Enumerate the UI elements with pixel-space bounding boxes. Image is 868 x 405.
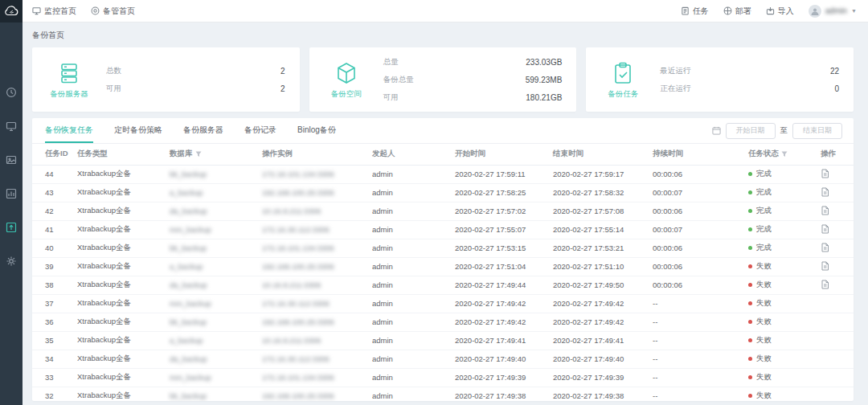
tab-3[interactable]: 备份记录	[244, 118, 276, 143]
stat-value: 233.03GB	[526, 58, 562, 67]
log-icon[interactable]	[821, 224, 829, 234]
summary-card-clipboard: 备份任务最近运行22正在运行0	[586, 47, 854, 112]
sidebar-item-backup-icon[interactable]	[3, 220, 19, 235]
nav-item-monitor-nav-icon[interactable]: 监控首页	[32, 6, 76, 17]
cell-operation[interactable]	[817, 202, 854, 220]
status-label: 完成	[756, 187, 772, 198]
status-dot	[748, 394, 752, 398]
sidebar-item-chart-icon[interactable]	[3, 186, 19, 201]
app-logo-icon[interactable]	[0, 0, 23, 22]
table-row: 42Xtrabackup全备da_backup10.16.8.211:3306a…	[32, 202, 854, 220]
cell-task-id: 38	[32, 276, 74, 294]
nav-item-manage-nav-icon[interactable]: 备管首页	[91, 6, 135, 17]
status-dot	[748, 172, 752, 176]
filter-icon[interactable]	[781, 151, 788, 158]
log-icon[interactable]	[821, 261, 829, 271]
status-dot	[748, 375, 752, 379]
table-row: 43Xtrabackup全备a_backup192.168.100.25:330…	[32, 183, 854, 202]
cell-duration: --	[649, 294, 745, 313]
cell-instance: 172.18.101.134:3306	[259, 368, 369, 387]
cell-initiator: admin	[369, 368, 452, 387]
cell-instance: 10.16.8.211:3306	[259, 331, 369, 350]
start-date-input[interactable]: 开始日期	[726, 123, 776, 139]
table-row: 35Xtrabackup全备a_backup10.16.8.211:3306ad…	[32, 331, 854, 350]
cell-start-time: 2020-02-27 17:57:02	[452, 202, 550, 220]
table-row: 41Xtrabackup全备mm_backup172.16.30.112:330…	[32, 220, 854, 239]
tasks-icon	[681, 6, 690, 15]
cell-task-type: Xtrabackup全备	[74, 294, 166, 313]
cell-end-time: 2020-02-27 17:49:42	[550, 294, 649, 313]
cell-duration: --	[649, 350, 745, 368]
card-stat: 可用180.21GB	[383, 92, 563, 103]
cell-database: a_backup	[166, 331, 259, 350]
status-label: 失败	[756, 280, 772, 290]
cell-initiator: admin	[369, 331, 452, 350]
summary-cards: 备份服务器总数2可用2备份空间总量233.03GB备份总量599.23MB可用1…	[32, 47, 854, 112]
table-row: 44Xtrabackup全备bk_backup172.18.101.134:33…	[32, 165, 854, 183]
log-icon[interactable]	[821, 169, 829, 178]
table-row: 39Xtrabackup全备a_backup192.168.100.25:330…	[32, 257, 854, 276]
filter-icon[interactable]	[195, 151, 202, 158]
cell-end-time: 2020-02-27 17:59:17	[550, 165, 649, 183]
cell-database: bk_backup	[166, 165, 259, 183]
sidebar-item-monitor-icon[interactable]	[3, 119, 19, 133]
log-icon[interactable]	[821, 243, 829, 252]
cell-database: bk_backup	[166, 313, 259, 331]
tab-4[interactable]: Binlog备份	[297, 118, 336, 143]
column-header[interactable]: 数据库	[166, 144, 259, 165]
sidebar-item-image-icon[interactable]	[3, 153, 19, 167]
action-tasks-icon[interactable]: 任务	[681, 6, 709, 17]
cell-task-type: Xtrabackup全备	[74, 331, 166, 350]
log-icon[interactable]	[821, 206, 829, 215]
column-label: 结束时间	[553, 149, 583, 159]
status-dot	[748, 283, 752, 287]
log-icon[interactable]	[821, 187, 829, 197]
cell-database: a_backup	[166, 257, 259, 276]
column-header[interactable]: 任务状态	[745, 144, 817, 165]
cell-task-id: 35	[32, 331, 74, 350]
cell-operation[interactable]	[817, 239, 854, 257]
action-import-icon[interactable]: 导入	[766, 6, 794, 17]
cell-database: bk_backup	[166, 387, 259, 401]
cell-start-time: 2020-02-27 17:49:41	[452, 331, 550, 350]
status-dot	[748, 301, 752, 305]
cell-task-type: Xtrabackup全备	[74, 202, 166, 220]
cell-database: a_backup	[166, 183, 259, 202]
card-label: 备份任务	[608, 89, 638, 100]
user-menu[interactable]: admin ▼	[809, 5, 857, 18]
cell-end-time: 2020-02-27 17:49:50	[550, 276, 649, 294]
cell-operation[interactable]	[817, 183, 854, 202]
cell-operation[interactable]	[817, 276, 854, 294]
cell-task-id: 37	[32, 294, 74, 313]
tab-1[interactable]: 定时备份策略	[114, 118, 162, 143]
chevron-down-icon: ▼	[851, 8, 857, 14]
cell-operation	[817, 350, 854, 368]
cell-task-id: 36	[32, 313, 74, 331]
cell-operation[interactable]	[817, 220, 854, 239]
column-header: 持续时间	[649, 144, 745, 165]
action-deploy-icon[interactable]: 部署	[723, 6, 751, 17]
status-dot	[748, 338, 752, 342]
sidebar-item-clock-icon[interactable]	[3, 85, 19, 100]
tab-2[interactable]: 备份服务器	[183, 118, 223, 143]
stat-key: 可用	[106, 84, 121, 94]
cell-instance: 172.18.101.134:3306	[259, 165, 369, 183]
log-icon[interactable]	[821, 280, 829, 289]
cell-status: 失败	[745, 387, 817, 401]
column-label: 数据库	[170, 149, 193, 159]
nav-item-label: 备管首页	[103, 6, 135, 17]
cell-end-time: 2020-02-27 17:49:41	[550, 331, 649, 350]
table-row: 40Xtrabackup全备bk_backup172.18.101.134:33…	[32, 239, 854, 257]
column-label: 操作	[821, 149, 836, 159]
end-date-input[interactable]: 结束日期	[792, 123, 842, 139]
cell-instance: 172.16.30.112:3306	[259, 294, 369, 313]
stat-key: 总数	[106, 66, 121, 76]
cube-icon	[334, 60, 359, 86]
cell-duration: 00:00:06	[649, 239, 745, 257]
monitor-nav-icon	[32, 6, 41, 15]
sidebar-item-gear-icon[interactable]	[3, 254, 19, 268]
cell-instance: 172.16.30.112:3306	[259, 350, 369, 368]
cell-operation[interactable]	[817, 257, 854, 276]
cell-operation[interactable]	[817, 165, 854, 183]
tab-0[interactable]: 备份恢复任务	[45, 118, 93, 143]
